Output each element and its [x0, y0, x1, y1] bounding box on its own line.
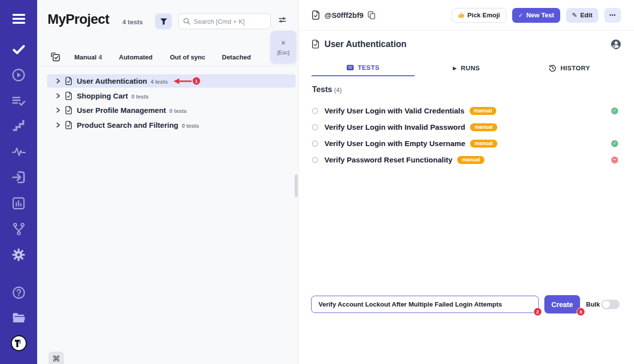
app-window: MyProject 4 tests × [Esc] Manual [0, 0, 634, 364]
test-title: Verify User Login with Valid Credentials [324, 106, 465, 115]
check-icon: ✓ [518, 12, 523, 19]
manual-badge: manual [457, 156, 484, 164]
tab-automated[interactable]: Automated [119, 48, 153, 66]
tests-section-count: (4) [334, 87, 342, 94]
import-icon[interactable] [0, 171, 37, 184]
test-row[interactable]: Verify Password Reset Functionality manu… [299, 153, 634, 166]
test-status-circle[interactable] [312, 124, 318, 130]
test-row[interactable]: Verify User Login with Empty Username ma… [299, 137, 634, 150]
chevron-right-icon[interactable] [56, 122, 60, 128]
select-all-icon[interactable] [51, 52, 60, 61]
tune-icon[interactable] [278, 16, 286, 24]
tree-item-label: User Authentication [77, 77, 147, 85]
settings-icon[interactable] [0, 248, 37, 261]
create-button[interactable]: Create [544, 295, 580, 313]
projects-icon[interactable] [0, 312, 37, 323]
manual-badge: manual [470, 140, 497, 148]
runs-icon[interactable] [0, 68, 37, 82]
help-icon[interactable] [0, 286, 37, 299]
detail-header: @S0fff2bf9 Pick Emoji ✓ New Test ✎ Edit [299, 0, 634, 31]
close-filter-card[interactable]: × [Esc] [270, 31, 296, 63]
logo-icon[interactable] [0, 335, 37, 351]
document-check-icon [312, 10, 320, 20]
tab-detached[interactable]: Detached [222, 48, 251, 66]
reports-icon[interactable] [0, 197, 37, 209]
tab-out-of-sync-label: Out of sync [170, 53, 206, 61]
new-test-label: New Test [526, 11, 554, 19]
tree-item-user-authentication[interactable]: User Authentication 4 tests 1 [47, 74, 296, 88]
new-test-composer: 2 Create 3 Bulk [311, 294, 634, 319]
steps-icon[interactable] [0, 120, 37, 131]
tab-detached-label: Detached [222, 53, 251, 61]
tree-item-product-search-and-filtering[interactable]: Product Search and Filtering 0 tests [47, 118, 296, 132]
tab-out-of-sync[interactable]: Out of sync [170, 48, 206, 66]
document-check-icon [65, 92, 72, 100]
tab-manual-count: 4 [99, 53, 102, 61]
play-icon: ▶ [453, 65, 457, 71]
more-menu-button[interactable]: ••• [604, 8, 621, 23]
tree-item-count: 4 tests [151, 79, 168, 85]
bulk-label: Bulk [586, 301, 600, 308]
test-suites-panel: MyProject 4 tests × [Esc] Manual [37, 0, 299, 364]
search-box[interactable] [178, 13, 271, 29]
tests-card-icon [347, 65, 354, 70]
project-title: MyProject [48, 12, 109, 27]
tests-section-heading: Tests(4) [312, 85, 342, 94]
activity-icon[interactable] [0, 147, 37, 156]
test-row[interactable]: Verify User Login with Valid Credentials… [299, 104, 634, 117]
manual-badge: manual [470, 123, 497, 131]
tree-item-label: Product Search and Filtering [77, 121, 178, 129]
tab-tests[interactable]: TESTS [312, 59, 415, 76]
test-row[interactable]: Verify User Login with Invalid Password … [299, 120, 634, 134]
document-check-icon [312, 40, 319, 49]
history-clock-icon [549, 64, 556, 72]
new-test-button[interactable]: ✓ New Test [512, 8, 560, 23]
copy-icon[interactable] [368, 11, 375, 19]
filter-button[interactable] [155, 13, 172, 29]
filter-tabs: Manual 4 Automated Out of sync Detached [37, 48, 298, 66]
edit-label: Edit [580, 11, 592, 19]
tab-manual[interactable]: Manual 4 [74, 48, 102, 66]
edit-button[interactable]: ✎ Edit [566, 8, 598, 23]
menu-icon[interactable] [0, 13, 37, 24]
thumbs-up-icon [458, 12, 465, 18]
tree-item-user-profile-management[interactable]: User Profile Management 0 tests [47, 104, 296, 117]
tests-icon[interactable] [0, 45, 37, 54]
tree-item-label: User Profile Management [77, 106, 166, 114]
tab-tests-label: TESTS [358, 64, 379, 71]
tree-item-shopping-cart[interactable]: Shopping Cart 0 tests [47, 89, 296, 103]
checklist-icon[interactable] [0, 96, 37, 106]
tab-history[interactable]: HISTORY [518, 59, 621, 76]
chevron-right-icon[interactable] [56, 93, 60, 99]
blocked-icon: − [611, 156, 618, 163]
document-check-icon [65, 77, 72, 85]
test-status-circle[interactable] [312, 157, 318, 163]
chevron-right-icon[interactable] [56, 78, 60, 84]
tab-runs-label: RUNS [461, 64, 479, 72]
assignee-avatar-icon[interactable] [611, 39, 621, 50]
chevron-right-icon[interactable] [56, 107, 60, 113]
pick-emoji-label: Pick Emoji [468, 11, 500, 19]
new-test-input[interactable] [311, 296, 539, 313]
annotation-badge-1: 1 [193, 77, 200, 85]
test-status-circle[interactable] [312, 141, 318, 147]
passed-icon: ✓ [611, 140, 618, 147]
funnel-icon [160, 18, 167, 25]
bulk-toggle[interactable] [601, 300, 620, 309]
command-key-hint[interactable]: ⌘ [49, 352, 64, 364]
tab-automated-label: Automated [119, 53, 153, 61]
pick-emoji-button[interactable]: Pick Emoji [452, 8, 507, 23]
branches-icon[interactable] [0, 222, 37, 236]
tree-item-label: Shopping Cart [77, 92, 128, 100]
search-input[interactable] [194, 18, 266, 25]
test-title: Verify User Login with Invalid Password [324, 123, 465, 131]
scrollbar-thumb[interactable] [295, 174, 298, 197]
tab-history-label: HISTORY [560, 64, 590, 72]
test-status-circle[interactable] [312, 108, 318, 114]
header-actions: Pick Emoji ✓ New Test ✎ Edit ••• [452, 8, 621, 23]
project-tests-count: 4 tests [122, 18, 143, 26]
detail-tabs: TESTS ▶ RUNS HISTORY [312, 59, 621, 76]
close-icon[interactable]: × [281, 39, 286, 47]
tab-runs[interactable]: ▶ RUNS [415, 59, 518, 76]
annotation-arrow-icon [172, 78, 193, 85]
